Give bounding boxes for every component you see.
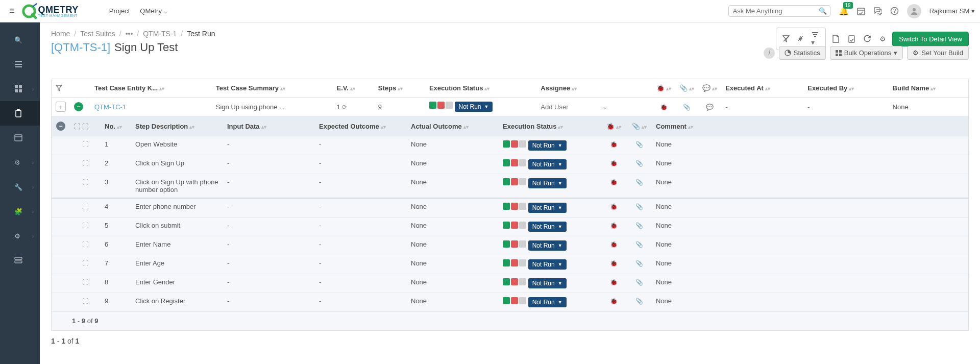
status-pills[interactable] xyxy=(429,102,453,109)
sidebar-clipboard[interactable] xyxy=(0,101,40,126)
sidebar-wrench[interactable]: 🔧› xyxy=(0,175,40,199)
bug-icon[interactable]: 🐞 xyxy=(610,222,618,229)
col-input[interactable]: Input Data▴▾ xyxy=(223,116,315,136)
expand-step-icon[interactable]: ⛶ xyxy=(82,160,88,167)
project-dropdown[interactable]: QMetry ⌵ xyxy=(140,7,167,15)
collapse-all-button[interactable]: − xyxy=(56,122,65,131)
refresh-icon[interactable] xyxy=(862,34,873,44)
sidebar-search[interactable]: 🔍 xyxy=(0,28,40,52)
col-expected[interactable]: Expected Outcome▴▾ xyxy=(315,116,407,136)
attachment-icon[interactable]: 📎 xyxy=(635,160,643,167)
sidebar-list[interactable] xyxy=(0,52,40,77)
assignee-input[interactable] xyxy=(541,103,592,111)
attachment-icon[interactable]: 📎 xyxy=(635,179,643,186)
bug-icon[interactable]: 🐞 xyxy=(610,141,618,148)
sidebar-plugin[interactable]: 🧩› xyxy=(0,199,40,224)
bug-icon[interactable]: 🐞 xyxy=(610,260,618,267)
statistics-button[interactable]: Statistics xyxy=(779,46,826,60)
col-step-status[interactable]: Execution Status▴▾ xyxy=(499,116,601,136)
comment-icon[interactable]: 💬 xyxy=(706,104,714,111)
status-dropdown[interactable]: Not Run▼ xyxy=(528,259,567,270)
notification-icon[interactable]: 🔔19 xyxy=(839,6,849,16)
attachment-icon[interactable]: 📎 xyxy=(635,203,643,210)
breadcrumb-tsid[interactable]: QTM-TS-1 xyxy=(143,30,177,38)
col-executed-at[interactable]: Executed At▴▾ xyxy=(721,79,803,98)
collapse-button[interactable]: − xyxy=(74,102,83,111)
sidebar-server[interactable] xyxy=(0,248,40,273)
breadcrumb-more[interactable]: ••• xyxy=(126,30,133,38)
status-pills[interactable] xyxy=(503,203,526,210)
status-dropdown[interactable]: Not Run▼ xyxy=(455,102,493,112)
status-pills[interactable] xyxy=(503,259,526,266)
expand-step-icon[interactable]: ⛶ xyxy=(82,203,88,210)
switch-view-button[interactable]: Switch To Detail View xyxy=(892,32,969,46)
logo[interactable]: QMETRY TEST MANAGEMENT xyxy=(21,3,79,19)
status-dropdown[interactable]: Not Run▼ xyxy=(528,222,567,232)
status-pills[interactable] xyxy=(503,140,526,148)
search-input[interactable] xyxy=(733,7,819,15)
status-dropdown[interactable]: Not Run▼ xyxy=(528,178,567,188)
sidebar-gears[interactable]: ⚙› xyxy=(0,150,40,175)
bug-icon[interactable]: 🐞 xyxy=(610,298,618,305)
search-box[interactable]: 🔍 xyxy=(728,5,830,17)
col-assignee[interactable]: Assignee▴▾ xyxy=(536,79,652,98)
expand-step-icon[interactable]: ⛶ xyxy=(82,279,88,286)
attachment-icon[interactable]: 📎 xyxy=(635,279,643,286)
refresh-icon[interactable]: ⟳ xyxy=(342,104,347,111)
col-build[interactable]: Build Name▴▾ xyxy=(889,79,968,98)
breadcrumb-suites[interactable]: Test Suites xyxy=(80,30,115,38)
user-menu[interactable]: Rajkumar SM ▾ xyxy=(929,7,975,15)
status-pills[interactable] xyxy=(503,222,526,229)
col-actual[interactable]: Actual Outcome▴▾ xyxy=(407,116,499,136)
status-dropdown[interactable]: Not Run▼ xyxy=(528,203,567,213)
expand-step-icon[interactable]: ⛶ xyxy=(82,179,88,186)
col-bug[interactable]: 🐞▴▾ xyxy=(652,79,675,98)
bolt-icon[interactable] xyxy=(795,34,806,43)
col-expand-controls[interactable]: ⛶ ⛶ xyxy=(70,116,101,136)
col-comment[interactable]: 💬▴▾ xyxy=(698,79,721,98)
col-step-comment[interactable]: Comment▴▾ xyxy=(652,116,968,136)
help-icon[interactable]: ? xyxy=(890,7,899,15)
set-build-button[interactable]: ⚙ Set Your Build xyxy=(907,46,969,60)
sidebar-settings[interactable]: ⚙› xyxy=(0,224,40,248)
col-step-desc[interactable]: Step Description▴▾ xyxy=(131,116,223,136)
col-no[interactable]: No.▴▾ xyxy=(101,116,131,136)
col-step-bug[interactable]: 🐞▴▾ xyxy=(601,116,626,136)
bug-icon[interactable]: 🐞 xyxy=(610,179,618,186)
col-ev[interactable]: E.V.▴▾ xyxy=(332,79,374,98)
sidebar-grid[interactable]: › xyxy=(0,77,40,101)
gear-icon[interactable]: ⚙ xyxy=(877,34,888,44)
info-icon[interactable]: i xyxy=(764,47,775,59)
avatar[interactable] xyxy=(907,4,921,18)
bug-icon[interactable]: 🐞 xyxy=(660,104,668,111)
filter-off-icon[interactable] xyxy=(780,34,792,43)
attachment-icon[interactable]: 📎 xyxy=(635,141,643,148)
bug-icon[interactable]: 🐞 xyxy=(610,203,618,210)
status-pills[interactable] xyxy=(503,159,526,166)
attachment-icon[interactable]: 📎 xyxy=(635,298,643,305)
attachment-icon[interactable]: 📎 xyxy=(635,222,643,229)
expand-button[interactable]: + xyxy=(56,102,66,112)
expand-step-icon[interactable]: ⛶ xyxy=(82,260,88,267)
bug-icon[interactable]: 🐞 xyxy=(610,279,618,286)
bulk-operations-button[interactable]: Bulk Operations ▾ xyxy=(830,46,903,60)
status-pills[interactable] xyxy=(503,278,526,285)
expand-step-icon[interactable]: ⛶ xyxy=(82,241,88,248)
attachment-icon[interactable]: 📎 xyxy=(635,241,643,248)
calendar-icon[interactable] xyxy=(857,7,865,15)
expand-step-icon[interactable]: ⛶ xyxy=(82,141,88,148)
status-pills[interactable] xyxy=(503,240,526,248)
status-dropdown[interactable]: Not Run▼ xyxy=(528,278,567,288)
bug-icon[interactable]: 🐞 xyxy=(610,241,618,248)
status-dropdown[interactable]: Not Run▼ xyxy=(528,297,567,307)
col-attach[interactable]: 📎▴▾ xyxy=(675,79,698,98)
col-tc-summary[interactable]: Test Case Summary▴▾ xyxy=(212,79,333,98)
sort-icon[interactable]: ▾ xyxy=(809,30,821,47)
status-pills[interactable] xyxy=(503,297,526,304)
chevron-down-icon[interactable]: ⌵ xyxy=(603,103,607,111)
col-exec-status[interactable]: Execution Status▴▾ xyxy=(425,79,536,98)
attachment-icon[interactable]: 📎 xyxy=(683,104,691,111)
expand-step-icon[interactable]: ⛶ xyxy=(82,222,88,229)
pdf-icon[interactable] xyxy=(830,34,842,44)
breadcrumb-home[interactable]: Home xyxy=(51,30,70,38)
